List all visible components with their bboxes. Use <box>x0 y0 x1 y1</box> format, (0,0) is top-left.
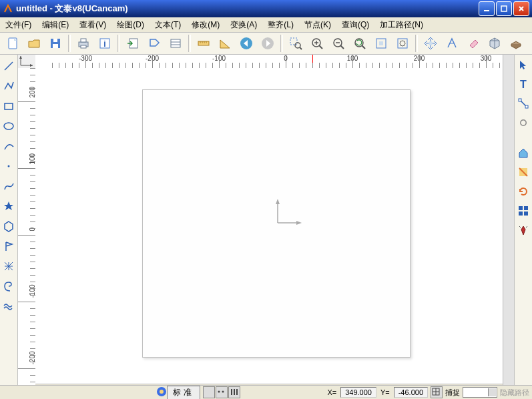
window-title: untitled - 文泰v8(UCancam) <box>16 3 479 15</box>
fill-tool[interactable] <box>517 166 529 180</box>
zoom-out-button[interactable] <box>328 33 348 53</box>
list-button[interactable] <box>166 33 186 53</box>
menu-align[interactable]: 整齐(L) <box>265 18 296 32</box>
close-button[interactable] <box>513 1 529 16</box>
ruler-angle-button[interactable] <box>215 33 235 53</box>
open-button[interactable] <box>24 33 44 53</box>
zoom-fit-button[interactable] <box>371 33 391 53</box>
print-button[interactable] <box>73 33 93 53</box>
svg-text:i: i <box>103 39 105 49</box>
svg-rect-41 <box>5 103 13 109</box>
svg-rect-35 <box>379 41 383 45</box>
svg-line-30 <box>340 45 344 49</box>
vertical-ruler[interactable]: 200 100 0 -100 -200 <box>18 68 36 399</box>
svg-rect-57 <box>524 212 528 216</box>
svg-point-63 <box>222 391 224 393</box>
menu-toolpath[interactable]: 加工路径(N) <box>377 18 426 32</box>
zoom-page-button[interactable] <box>392 33 413 53</box>
status-grid-icon[interactable] <box>431 386 443 398</box>
properties-button[interactable]: i <box>95 33 115 53</box>
select-tool[interactable] <box>517 59 529 73</box>
svg-rect-65 <box>234 389 235 395</box>
svg-rect-52 <box>519 99 521 101</box>
measure-button[interactable] <box>442 33 462 53</box>
menu-draw[interactable]: 绘图(D) <box>114 18 147 32</box>
hide-path-label[interactable]: 隐藏路径 <box>500 388 529 398</box>
tag-button[interactable] <box>144 33 164 53</box>
zoom-refresh-button[interactable] <box>350 33 370 53</box>
menu-text[interactable]: 文本(T) <box>152 18 184 32</box>
menu-edit[interactable]: 编辑(E) <box>39 18 71 32</box>
engrave-tool[interactable] <box>517 224 529 238</box>
status-standard-label[interactable]: 标准 <box>167 386 200 400</box>
mode-bars-icon[interactable] <box>228 386 240 398</box>
svg-line-26 <box>319 45 322 49</box>
svg-point-62 <box>218 391 220 393</box>
polyline-tool[interactable] <box>1 79 16 93</box>
forward-button[interactable] <box>258 33 278 53</box>
refresh-tool[interactable] <box>517 185 529 200</box>
flag-tool[interactable] <box>1 239 16 254</box>
text-tool[interactable]: T <box>517 78 529 92</box>
mode-dots-icon[interactable] <box>216 386 228 398</box>
material-button[interactable] <box>506 33 526 53</box>
curve-tool[interactable] <box>1 179 16 193</box>
svg-point-61 <box>160 390 164 394</box>
3d-preview-button[interactable] <box>485 33 505 53</box>
rectangle-tool[interactable] <box>1 99 16 113</box>
minimize-button[interactable] <box>479 1 495 16</box>
maximize-button[interactable] <box>496 1 512 16</box>
menu-view[interactable]: 查看(V) <box>77 18 109 32</box>
menu-node[interactable]: 节点(K) <box>302 18 334 32</box>
line-tool[interactable] <box>1 59 16 73</box>
mode-night-icon[interactable] <box>203 386 215 398</box>
canvas-wrap: -300 -200 -100 0 100 200 300 200 100 0 -… <box>18 55 503 399</box>
origin-axes-icon <box>272 196 306 230</box>
menu-transform[interactable]: 变换(A) <box>228 18 260 32</box>
svg-rect-54 <box>519 206 523 210</box>
save-button[interactable] <box>45 33 65 53</box>
canvas-stage[interactable] <box>35 68 503 399</box>
menu-query[interactable]: 查询(Q) <box>339 18 372 32</box>
menu-modify[interactable]: 修改(M) <box>189 18 222 32</box>
eraser-button[interactable] <box>463 33 483 53</box>
body-area: -300 -200 -100 0 100 200 300 200 100 0 -… <box>0 55 532 399</box>
svg-point-37 <box>400 41 405 46</box>
new-button[interactable] <box>3 33 23 53</box>
polygon-tool[interactable] <box>1 219 16 234</box>
ruler-corner[interactable] <box>18 55 36 69</box>
link-tool[interactable] <box>517 117 529 131</box>
menu-file[interactable]: 文件(F) <box>3 18 34 32</box>
wave-tool[interactable] <box>1 299 16 314</box>
spiral-tool[interactable] <box>1 279 16 294</box>
svg-rect-5 <box>53 39 57 42</box>
titlebar: untitled - 文泰v8(UCancam) <box>0 0 532 17</box>
x-value: 349.000 <box>340 387 376 398</box>
svg-line-58 <box>519 226 521 228</box>
home-tool[interactable] <box>517 147 529 161</box>
x-label: X= <box>326 388 338 396</box>
status-app-icon <box>156 386 167 398</box>
y-value: -46.000 <box>394 387 428 398</box>
svg-rect-8 <box>81 45 86 48</box>
pan-button[interactable] <box>421 33 441 53</box>
svg-line-33 <box>362 45 365 49</box>
snap-combo[interactable] <box>463 387 497 398</box>
vertical-scrollbar[interactable] <box>503 55 514 399</box>
svg-rect-7 <box>81 39 86 42</box>
node-edit-tool[interactable] <box>517 97 529 111</box>
zoom-in-button[interactable] <box>307 33 327 53</box>
point-tool[interactable] <box>1 159 16 173</box>
star-tool[interactable] <box>1 199 16 214</box>
back-button[interactable] <box>236 33 256 53</box>
arc-tool[interactable] <box>1 139 16 153</box>
zoom-window-button[interactable] <box>286 33 306 53</box>
import-button[interactable] <box>123 33 143 53</box>
svg-text:T: T <box>520 79 527 90</box>
hatch-tool[interactable] <box>1 259 16 274</box>
grid-tool[interactable] <box>517 205 529 219</box>
ruler-h-button[interactable] <box>194 33 214 53</box>
horizontal-ruler[interactable]: -300 -200 -100 0 100 200 300 <box>35 55 503 69</box>
ellipse-tool[interactable] <box>1 119 16 133</box>
snap-label[interactable]: 捕捉 <box>445 388 460 398</box>
